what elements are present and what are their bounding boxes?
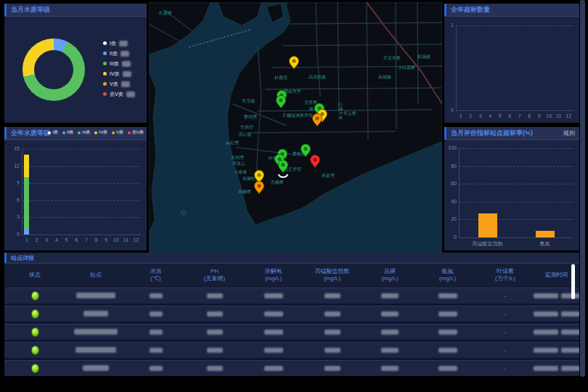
stacked-bar-segment-II类[interactable]	[24, 229, 29, 234]
x-axis-line	[459, 237, 573, 238]
value-cell	[185, 330, 244, 335]
stacked-bar-segment-III类[interactable]	[24, 177, 29, 229]
legend-item[interactable]: I类	[48, 129, 58, 136]
legend-item[interactable]: 劣V类	[128, 129, 144, 136]
dashboard: 当月水质等级 I类II类III类IV类V类劣V类 全年水质等级 I类II类III…	[0, 0, 588, 392]
value-cell	[362, 366, 418, 371]
value-cell	[126, 293, 185, 298]
column-header-line1: 总磷	[384, 268, 396, 275]
legend-label: III类	[110, 60, 119, 68]
map-place-label: 重鸡里	[243, 114, 258, 119]
value-redacted	[264, 293, 283, 298]
legend-item[interactable]: V类	[103, 79, 135, 89]
value-redacted	[438, 330, 457, 335]
y-tick-label: 20	[444, 216, 457, 221]
legend-item[interactable]: 劣V类	[103, 89, 135, 99]
rate-bar-氨氮[interactable]	[536, 231, 555, 237]
gridline	[22, 183, 141, 184]
table-row[interactable]: -	[4, 342, 579, 358]
map-place-label: 小白花桥	[398, 65, 415, 70]
page-scrollbar[interactable]	[580, 0, 585, 377]
station-name-redacted	[83, 365, 109, 371]
gridline	[456, 25, 573, 26]
x-tick-label: 3	[45, 237, 48, 242]
IV类-legend-dot	[103, 72, 107, 75]
map-place-label: 天安大桥	[383, 55, 401, 60]
table-title-bar: 站点详报	[4, 253, 579, 264]
time-cell	[534, 330, 579, 335]
legend-item[interactable]: II类	[103, 49, 135, 58]
value-redacted	[438, 293, 457, 298]
column-header-line2: (mg/L)	[381, 275, 398, 282]
station-name-redacted	[83, 311, 108, 317]
V类-legend-dot	[103, 82, 107, 86]
column-header-line1: 叶绿素	[497, 268, 514, 275]
rate-bar-chart: 020406080100高锰酸盐指数氨氮	[459, 148, 573, 237]
table-scrollbar-thumb[interactable]	[571, 264, 575, 299]
column-header-line1: 溶解氧	[265, 268, 282, 275]
value-redacted	[438, 311, 457, 317]
legend-item[interactable]: I类	[103, 38, 135, 48]
legend-value-redacted	[123, 71, 131, 77]
legend-label: IV类	[99, 129, 107, 136]
legend-label: V类	[116, 129, 123, 136]
table-row[interactable]: -	[4, 360, 579, 376]
value-redacted	[324, 330, 340, 335]
x-tick-label: 7	[518, 113, 521, 118]
map-place-label: 周泰上	[232, 161, 245, 166]
table-row[interactable]: -	[4, 324, 579, 340]
legend-item[interactable]: II类	[62, 129, 73, 136]
table-row[interactable]: -	[4, 306, 579, 322]
panel-station-table: 站点详报 状态站点水温(℃)PH(无量纲)溶解氧(mg/L)高锰酸盐指数(mg/…	[4, 253, 579, 376]
value-redacted	[207, 330, 223, 335]
legend-item[interactable]: III类	[103, 59, 135, 68]
y-tick-label: 40	[444, 199, 457, 204]
II类-legend-dot	[103, 52, 107, 55]
date-redacted	[534, 330, 558, 335]
IV类-legend-dot	[94, 131, 97, 134]
time-cell	[534, 366, 579, 371]
value-cell	[303, 366, 362, 371]
column-header-总磷: 总磷(mg/L)	[362, 268, 418, 282]
value-cell	[185, 348, 244, 353]
legend-item[interactable]: IV类	[103, 69, 135, 78]
legend-item[interactable]: III类	[78, 129, 90, 136]
panel-header: 全年水质等级 I类II类III类IV类V类劣V类	[4, 127, 147, 140]
y-tick-label: 15	[7, 146, 20, 151]
line-chart: 01123456789101112	[456, 25, 573, 110]
legend-item[interactable]: V类	[112, 129, 123, 136]
x-tick-label: 12	[565, 113, 571, 118]
劣V类-legend-dot	[103, 92, 107, 96]
x-tick-label: 1	[25, 237, 28, 242]
gridline	[459, 202, 573, 203]
map[interactable]: 石废桥高浪西路暨南大学北亚桥板桥寿云桥天安大桥机场路小白花桥吴都路科普馆天棚绿洲…	[149, 2, 442, 253]
value-redacted	[381, 366, 399, 371]
stacked-bar-segment-IV类[interactable]	[24, 155, 29, 177]
table-title: 站点详报	[4, 254, 34, 262]
table-row[interactable]: -	[4, 287, 579, 303]
legend-label: V类	[110, 81, 118, 88]
value-redacted	[381, 293, 399, 298]
chlorophyll-cell: -	[477, 293, 534, 299]
x-tick-label: 4	[489, 113, 491, 118]
donut-hole	[34, 50, 73, 89]
x-tick-label: 8	[528, 113, 531, 118]
x-tick-label: 10	[546, 113, 552, 118]
x-tick-label: 8	[95, 237, 98, 242]
x-tick-label: 高锰酸盐指数	[473, 240, 503, 248]
legend-item[interactable]: IV类	[94, 129, 107, 136]
value-redacted	[207, 311, 223, 317]
x-tick-label: 11	[556, 113, 561, 118]
x-tick-label: 2	[36, 237, 38, 242]
value-cell	[362, 330, 418, 335]
x-tick-label: 9	[105, 237, 107, 242]
y-tick-label: 100	[444, 145, 457, 150]
column-header-line1: 监测时间	[545, 271, 568, 279]
status-dot-green	[31, 346, 39, 355]
value-cell	[185, 293, 244, 298]
x-tick-label: 6	[508, 113, 511, 118]
rules-link[interactable]: 规则	[563, 129, 575, 137]
value-cell	[303, 293, 362, 298]
rate-bar-高锰酸盐指数[interactable]	[478, 213, 497, 237]
column-header-line1: 状态	[29, 271, 41, 279]
